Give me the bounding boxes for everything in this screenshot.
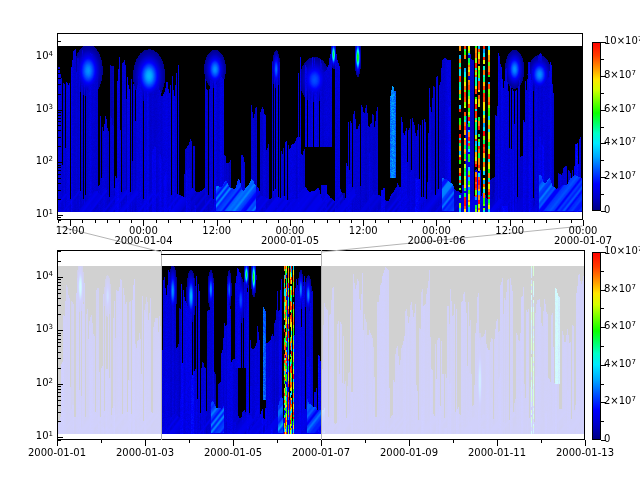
zoom-panel-plot-area[interactable] (57, 33, 583, 220)
overview-panel-plot-area[interactable] (57, 250, 585, 440)
zoom-panel-colorbar (592, 42, 601, 211)
overview-panel-colorbar (592, 252, 601, 440)
spectrogram-figure: 12:0000:002000-01-0412:0000:002000-01-05… (0, 0, 640, 480)
